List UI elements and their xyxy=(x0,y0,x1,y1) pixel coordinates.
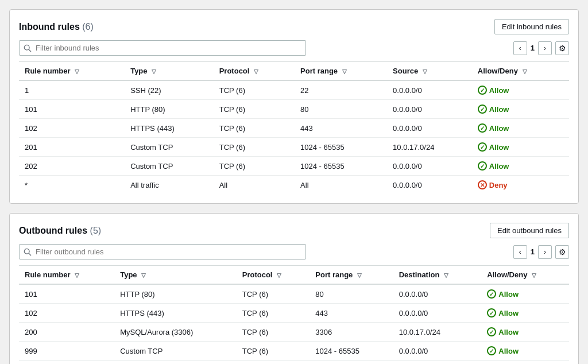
table-row: 200MySQL/Aurora (3306)TCP (6)330610.0.17… xyxy=(19,323,569,342)
table-row: 999Custom TCPTCP (6)1024 - 655350.0.0.0/… xyxy=(19,342,569,361)
allow-icon: ✓ xyxy=(487,308,496,317)
deny-icon: ✕ xyxy=(478,180,487,189)
table-row: 101HTTP (80)TCP (6)800.0.0.0/0✓Allow xyxy=(19,100,569,119)
inbound-col-type: Type ▽ xyxy=(125,62,214,81)
inbound-col-port: Port range ▽ xyxy=(295,62,387,81)
inbound-prev-page[interactable]: ‹ xyxy=(513,41,527,55)
inbound-header: Inbound rules (6) Edit inbound rules xyxy=(19,19,569,34)
outbound-table-body: 101HTTP (80)TCP (6)800.0.0.0/0✓Allow102H… xyxy=(19,284,569,364)
inbound-rules-panel: Inbound rules (6) Edit inbound rules ‹ 1… xyxy=(9,9,579,204)
inbound-page-num: 1 xyxy=(531,44,535,52)
inbound-settings-button[interactable]: ⚙ xyxy=(555,41,569,55)
outbound-header: Outbound rules (5) Edit outbound rules xyxy=(19,223,569,238)
table-row: *All trafficAllAll0.0.0.0/0✕Deny xyxy=(19,176,569,195)
allow-icon: ✓ xyxy=(478,142,487,152)
allow-label: Allow xyxy=(489,124,509,133)
inbound-title: Inbound rules (6) xyxy=(19,22,94,32)
allow-label: Allow xyxy=(498,347,519,355)
inbound-table-header-row: Rule number ▽ Type ▽ Protocol ▽ Port ran… xyxy=(19,62,569,81)
inbound-pagination: ‹ 1 › ⚙ xyxy=(513,41,569,55)
search-icon xyxy=(24,44,32,52)
allow-icon: ✓ xyxy=(487,327,496,336)
outbound-table-header-row: Rule number ▽ Type ▽ Protocol ▽ Port ran… xyxy=(19,266,569,285)
outbound-filter-row: ‹ 1 › ⚙ xyxy=(19,244,569,260)
table-row: 101HTTP (80)TCP (6)800.0.0.0/0✓Allow xyxy=(19,284,569,304)
allow-label: Allow xyxy=(498,309,519,317)
outbound-col-port: Port range ▽ xyxy=(310,266,393,285)
allow-label: Allow xyxy=(498,290,519,299)
allow-icon: ✓ xyxy=(487,289,496,299)
svg-line-1 xyxy=(29,49,31,52)
outbound-col-rule: Rule number ▽ xyxy=(19,266,114,285)
inbound-count: (6) xyxy=(82,22,94,32)
outbound-prev-page[interactable]: ‹ xyxy=(513,245,527,259)
allow-icon: ✓ xyxy=(478,104,487,114)
outbound-pagination: ‹ 1 › ⚙ xyxy=(513,245,569,259)
allow-icon: ✓ xyxy=(478,123,487,133)
outbound-col-action: Allow/Deny ▽ xyxy=(481,266,569,285)
search-icon xyxy=(24,248,32,256)
allow-label: Allow xyxy=(489,105,509,114)
outbound-table: Rule number ▽ Type ▽ Protocol ▽ Port ran… xyxy=(19,265,569,364)
inbound-col-source: Source ▽ xyxy=(387,62,472,81)
svg-line-3 xyxy=(29,253,31,255)
outbound-filter-input[interactable] xyxy=(19,244,306,260)
inbound-col-rule: Rule number ▽ xyxy=(19,62,125,81)
table-row: 1SSH (22)TCP (6)220.0.0.0/0✓Allow xyxy=(19,80,569,100)
inbound-title-text: Inbound rules xyxy=(19,22,80,32)
table-row: 102HTTPS (443)TCP (6)4430.0.0.0/0✓Allow xyxy=(19,304,569,323)
table-row: 201Custom TCPTCP (6)1024 - 6553510.0.17.… xyxy=(19,138,569,157)
inbound-filter-input[interactable] xyxy=(19,40,306,56)
edit-outbound-button[interactable]: Edit outbound rules xyxy=(490,223,569,238)
outbound-title-text: Outbound rules xyxy=(19,226,87,235)
table-row: 202Custom TCPTCP (6)1024 - 655350.0.0.0/… xyxy=(19,157,569,176)
allow-icon: ✓ xyxy=(487,346,496,355)
outbound-count: (5) xyxy=(90,226,102,235)
inbound-table: Rule number ▽ Type ▽ Protocol ▽ Port ran… xyxy=(19,61,569,194)
outbound-rules-panel: Outbound rules (5) Edit outbound rules ‹… xyxy=(9,213,579,364)
edit-inbound-button[interactable]: Edit inbound rules xyxy=(494,19,569,34)
outbound-next-page[interactable]: › xyxy=(538,245,552,259)
outbound-col-dest: Destination ▽ xyxy=(393,266,482,285)
allow-icon: ✓ xyxy=(478,86,487,95)
allow-label: Allow xyxy=(489,162,509,171)
outbound-filter-wrap xyxy=(19,244,306,260)
inbound-next-page[interactable]: › xyxy=(538,41,552,55)
inbound-table-body: 1SSH (22)TCP (6)220.0.0.0/0✓Allow101HTTP… xyxy=(19,80,569,194)
allow-label: Allow xyxy=(498,328,519,336)
inbound-col-protocol: Protocol ▽ xyxy=(214,62,295,81)
inbound-col-action: Allow/Deny ▽ xyxy=(472,62,569,81)
table-row: *All trafficAllAll0.0.0.0/0✕Deny xyxy=(19,361,569,365)
outbound-title: Outbound rules (5) xyxy=(19,226,101,236)
outbound-page-num: 1 xyxy=(531,247,535,256)
inbound-filter-wrap xyxy=(19,40,306,56)
allow-label: Allow xyxy=(489,86,509,95)
inbound-filter-row: ‹ 1 › ⚙ xyxy=(19,40,569,56)
allow-icon: ✓ xyxy=(478,161,487,171)
deny-label: Deny xyxy=(489,181,508,189)
outbound-settings-button[interactable]: ⚙ xyxy=(555,245,569,259)
allow-label: Allow xyxy=(489,143,509,152)
table-row: 102HTTPS (443)TCP (6)4430.0.0.0/0✓Allow xyxy=(19,119,569,138)
outbound-col-protocol: Protocol ▽ xyxy=(237,266,310,285)
outbound-col-type: Type ▽ xyxy=(114,266,237,285)
